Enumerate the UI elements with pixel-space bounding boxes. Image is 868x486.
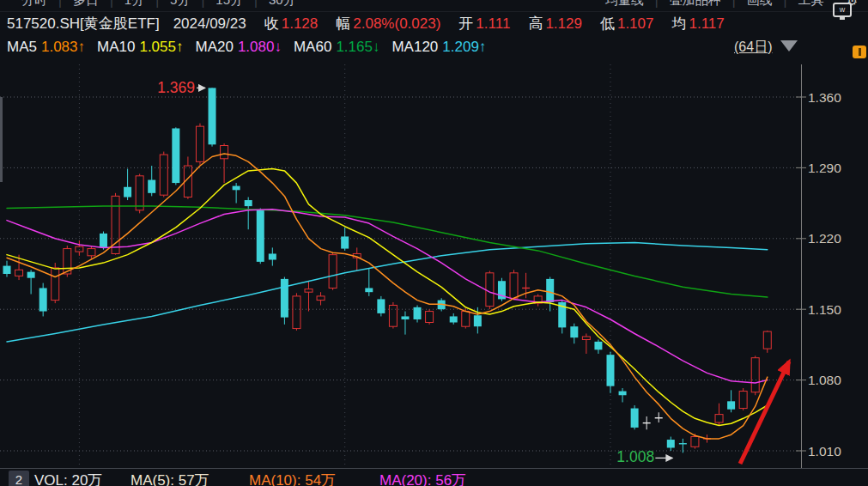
- tab-3[interactable]: 5分: [159, 0, 201, 9]
- candlestick-chart[interactable]: 1.3601.2901.2201.1501.0801.0101.3691.008: [0, 60, 868, 468]
- top-tab-bar: 分时| 多日| 1分| 5分| 15分| 30分 均量线| 叠加品种| 画线| …: [0, 0, 868, 12]
- pane-index-badge[interactable]: 2: [9, 471, 29, 486]
- tool-0[interactable]: 均量线: [594, 0, 655, 9]
- field-change: 幅2.08%(0.023): [336, 14, 440, 33]
- orange-badge-icon[interactable]: [853, 46, 866, 58]
- avg-value: 1.117: [689, 15, 724, 32]
- field-avg: 均1.117: [671, 14, 724, 33]
- tab-4[interactable]: 15分: [204, 0, 254, 9]
- low-value: 1.107: [617, 15, 654, 32]
- stock-chart-app: 分时| 多日| 1分| 5分| 15分| 30分 均量线| 叠加品种| 画线| …: [0, 0, 868, 486]
- tool-3[interactable]: 工具: [786, 0, 835, 9]
- vol-value: VOL: 20万: [34, 471, 102, 486]
- volume-bar: 2 VOL: 20万 MA(5): 57万 MA(10): 54万 MA(20)…: [0, 469, 868, 486]
- ma5-legend: MA51.083↑: [7, 39, 85, 56]
- tool-2[interactable]: 画线: [736, 0, 784, 9]
- quote-date: 2024/09/23: [173, 15, 246, 33]
- svg-text:1.080: 1.080: [808, 373, 841, 387]
- ma10-legend: MA101.055↑: [97, 39, 183, 56]
- vol-ma5-value: MA(5): 57万: [131, 471, 209, 486]
- tab-5[interactable]: 30分: [258, 0, 307, 9]
- svg-text:1.290: 1.290: [808, 161, 841, 175]
- open-value: 1.111: [476, 15, 510, 32]
- symbol-name: 517520.SH[黄金股ETF]: [7, 14, 160, 33]
- tool-1[interactable]: 叠加品种: [659, 0, 732, 9]
- field-open: 开1.111: [458, 14, 510, 33]
- ma20-legend: MA201.080↓: [195, 39, 281, 56]
- svg-text:1.360: 1.360: [808, 90, 841, 105]
- svg-text:1.008: 1.008: [616, 448, 654, 465]
- field-low: 低1.107: [600, 14, 654, 33]
- change-value: 2.08%(0.023): [353, 15, 440, 32]
- svg-text:1.150: 1.150: [808, 302, 841, 317]
- chevron-down-icon[interactable]: [780, 40, 798, 52]
- field-high: 高1.129: [528, 14, 582, 33]
- vol-ma10-value: MA(10): 54万: [249, 471, 336, 486]
- quote-info-bar: 517520.SH[黄金股ETF] 2024/09/23 收1.128 幅2.0…: [0, 12, 868, 35]
- tab-1[interactable]: 多日: [62, 0, 110, 9]
- high-value: 1.129: [545, 15, 582, 32]
- period-tabs: 分时| 多日| 1分| 5分| 15分| 30分: [10, 0, 307, 9]
- period-selector[interactable]: (64日): [734, 39, 772, 57]
- field-close: 收1.128: [264, 14, 319, 33]
- ma120-legend: MA1201.209↑: [392, 39, 486, 56]
- chart-tools: 均量线| 叠加品种| 画线| 工具 ⚙: [594, 0, 858, 9]
- tab-2[interactable]: 1分: [113, 0, 155, 9]
- monitor-icon[interactable]: w: [833, 3, 852, 17]
- svg-text:1.220: 1.220: [808, 231, 841, 246]
- svg-text:1.369: 1.369: [157, 79, 195, 96]
- tab-0[interactable]: 分时: [10, 0, 58, 9]
- svg-text:1.010: 1.010: [808, 444, 841, 459]
- vol-ma20-value: MA(20): 56万: [379, 471, 466, 486]
- close-value: 1.128: [282, 15, 319, 32]
- ma60-legend: MA601.165↓: [294, 39, 379, 56]
